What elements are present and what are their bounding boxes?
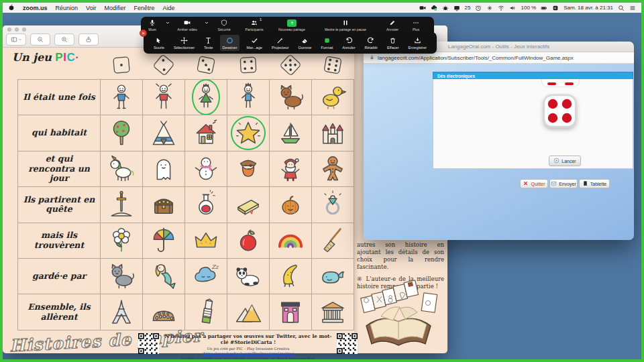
- meeting-video-button[interactable]: Arrêter vidéo: [172, 19, 203, 32]
- meeting-security-button[interactable]: Sécurité: [211, 19, 237, 32]
- sidebar-view-icon: [11, 36, 17, 43]
- annotate-save-button[interactable]: Enregistrer: [407, 35, 429, 51]
- toolbar-label: Sélectionner: [174, 46, 195, 50]
- annotate-text-button[interactable]: Texte: [202, 35, 215, 51]
- toolbar-label: Texte: [204, 46, 213, 50]
- storybook-illustration: [357, 279, 444, 353]
- prince-illustration: [233, 82, 263, 112]
- close-annotation-toolbar-button[interactable]: ×: [140, 29, 147, 37]
- brand-letter: C: [66, 51, 75, 64]
- window-count-label: 25: [465, 5, 471, 11]
- header-die-2: [142, 52, 184, 78]
- house-illustration: [191, 119, 221, 148]
- preview-zoom-out-button[interactable]: [30, 34, 50, 46]
- board-cell-star: [227, 115, 269, 150]
- board-cell-mermaid: [142, 258, 184, 294]
- menu-voir[interactable]: Voir: [86, 5, 97, 11]
- status-video-camera-icon[interactable]: [419, 5, 426, 11]
- board-cell-unicorn: [100, 151, 142, 186]
- status-alarm-clock-icon[interactable]: [475, 5, 482, 11]
- desktop: zoom.us RéunionVoirModifierFenêtreAide 2…: [3, 3, 641, 359]
- share-screen-icon: [287, 19, 297, 27]
- participants-icon: [251, 19, 258, 26]
- header-die-1: [100, 52, 142, 78]
- minimize-window-button[interactable]: [15, 27, 19, 32]
- treasure-chest-illustration: [149, 190, 178, 219]
- preview-sidebar-view-button[interactable]: [6, 34, 26, 46]
- annotate-stamp-button[interactable]: Mar...age: [245, 35, 264, 51]
- status-cloud-sync-icon[interactable]: [431, 5, 437, 11]
- tablette-button[interactable]: Tablette: [579, 179, 610, 188]
- duckling-illustration: [318, 82, 347, 112]
- status-spotlight-search-icon[interactable]: [618, 5, 625, 11]
- share-upload-icon: [85, 36, 92, 43]
- text-icon: [205, 36, 212, 45]
- annotate-redo-button[interactable]: Rétablir: [363, 35, 380, 51]
- arc-de-triomphe-illustration: [276, 298, 305, 327]
- annotate-format-button[interactable]: Format: [319, 35, 335, 51]
- annotate-clear-button[interactable]: Effacer: [385, 35, 401, 51]
- pirate-illustration: [233, 154, 263, 184]
- ellipsis-icon: [413, 19, 419, 26]
- address-bar[interactable]: langageecrit.com/Application/Subscriber/…: [364, 52, 634, 64]
- quitter-button[interactable]: Quitter: [520, 179, 548, 188]
- preview-zoom-in-button[interactable]: [54, 34, 74, 46]
- status-bug-icon[interactable]: [442, 5, 449, 11]
- row-label: Ils partirent en quête: [17, 186, 100, 222]
- book-illustration: [233, 190, 263, 219]
- tablet-icon: [582, 180, 588, 187]
- envoyer-button[interactable]: Envoyer: [549, 179, 578, 188]
- annotate-undo-button[interactable]: Annuler: [340, 35, 357, 51]
- menu-modifier[interactable]: Modifier: [105, 5, 126, 11]
- wand-icon: [276, 37, 284, 44]
- mute-options-chevron[interactable]: [164, 19, 172, 27]
- status-wifi-icon[interactable]: [498, 5, 504, 11]
- roll-button[interactable]: Lancer: [549, 156, 581, 166]
- menu-fenêtre[interactable]: Fenêtre: [134, 5, 155, 11]
- dice-header: [100, 52, 354, 78]
- sleeping-cloud-illustration: Zz: [191, 261, 221, 291]
- rolling-die-partial: [541, 79, 580, 87]
- meeting-share-button[interactable]: Nouveau partage: [271, 19, 313, 32]
- chevron-down-icon: [165, 19, 170, 27]
- close-window-button[interactable]: [7, 27, 11, 32]
- meeting-annotate-button[interactable]: Annoter: [378, 19, 407, 32]
- status-input-source-icon[interactable]: [552, 5, 559, 11]
- play-circle-icon: [553, 158, 559, 164]
- preview-share-upload-button[interactable]: [78, 34, 99, 46]
- video-options-chevron[interactable]: [203, 19, 211, 27]
- qr-code-left: [138, 333, 159, 357]
- annotate-draw-button[interactable]: Dessiner: [220, 35, 239, 51]
- apple-menu[interactable]: [8, 4, 15, 12]
- wifi-icon: [498, 5, 504, 11]
- meeting-participants-button[interactable]: 1Participants: [237, 19, 271, 32]
- annotate-eraser-button[interactable]: Gomme: [297, 35, 314, 51]
- meeting-toolbar: MuetArrêter vidéoSécurité1ParticipantsNo…: [141, 17, 434, 33]
- menu-aide[interactable]: Aide: [163, 5, 175, 11]
- board-cell-panda: [227, 258, 269, 294]
- menu-réunion[interactable]: Réunion: [56, 5, 78, 11]
- board-cell-girl: [142, 79, 184, 115]
- app-menu[interactable]: zoom.us: [23, 5, 48, 11]
- status-battery-icon[interactable]: [541, 5, 547, 11]
- ghost-illustration: [149, 154, 178, 184]
- move-icon: [180, 36, 188, 45]
- status-hub-icon[interactable]: [486, 5, 493, 11]
- annotate-mouse-button[interactable]: Souris: [152, 35, 166, 51]
- header-die-3: [184, 52, 227, 78]
- status-volume-icon[interactable]: [509, 5, 516, 11]
- annotate-spotlight-button[interactable]: Projecteur: [270, 35, 291, 51]
- flower-illustration: [107, 226, 136, 255]
- annotate-select-button[interactable]: Sélectionner: [172, 35, 197, 51]
- url-text: langageecrit.com/Application/Subscriber/…: [378, 55, 574, 61]
- toolbar-label: Sécurité: [217, 27, 230, 32]
- chevron-down-icon: [165, 20, 170, 25]
- status-display-icon[interactable]: [453, 5, 460, 11]
- credit-line-1: Un jeu créé par PIC – Play Invasione Cre…: [162, 347, 334, 357]
- meeting-pause-button[interactable]: Mettre le partage en pause: [313, 19, 378, 32]
- status-notification-center-icon[interactable]: [629, 5, 636, 11]
- window-controls[interactable]: [7, 27, 26, 32]
- meeting-more-button[interactable]: Plus: [407, 19, 425, 32]
- facebook-link[interactable]: (https://www.facebook.com/PlayInvasioneC…: [203, 351, 294, 355]
- zoom-window-button[interactable]: [22, 27, 26, 32]
